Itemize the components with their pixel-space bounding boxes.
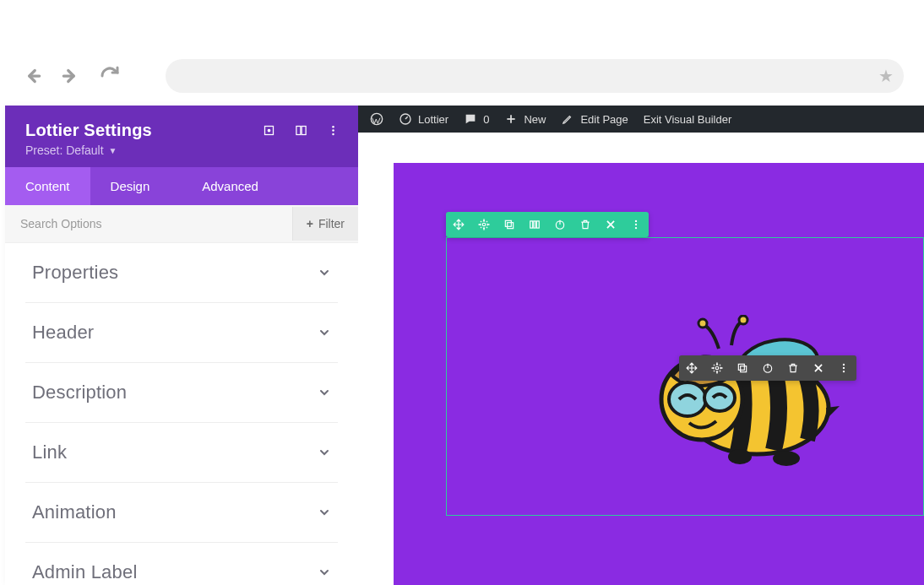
filter-button[interactable]: + Filter [292, 207, 358, 241]
svg-point-27 [698, 319, 707, 328]
svg-point-44 [843, 371, 845, 372]
kebab-icon[interactable] [326, 124, 340, 138]
panel-header: Lottier Settings Preset: De [5, 106, 358, 167]
section-label: Properties [32, 262, 118, 284]
forward-icon[interactable] [59, 64, 83, 88]
svg-point-35 [715, 366, 719, 370]
bookmark-star-icon[interactable]: ★ [878, 66, 894, 86]
search-input[interactable]: Search Options [5, 205, 292, 242]
filter-label: Filter [318, 217, 345, 230]
section-properties[interactable]: Properties [25, 243, 338, 303]
expand-icon[interactable] [262, 124, 275, 138]
preset-label: Preset: Default [25, 144, 104, 157]
close-icon[interactable] [598, 212, 623, 237]
back-icon[interactable] [20, 64, 44, 88]
panel-title: Lottier Settings [25, 121, 152, 140]
svg-point-43 [843, 367, 845, 369]
new-label: New [524, 113, 546, 126]
chevron-down-icon [318, 326, 331, 339]
browser-toolbar: ★ [0, 0, 924, 101]
close-icon[interactable] [806, 355, 831, 381]
svg-point-33 [728, 449, 752, 464]
canvas-wrap [358, 133, 924, 585]
section-label: Admin Label [32, 561, 138, 583]
caret-down-icon: ▼ [109, 146, 117, 155]
svg-point-3 [268, 129, 270, 132]
edit-page-link[interactable]: Edit Page [561, 112, 628, 126]
chevron-down-icon [318, 266, 331, 279]
section-label: Header [32, 322, 94, 344]
move-icon[interactable] [446, 212, 471, 237]
gear-icon[interactable] [471, 212, 497, 237]
svg-point-34 [773, 451, 800, 466]
svg-point-23 [635, 220, 637, 222]
svg-point-25 [635, 227, 637, 229]
svg-point-32 [704, 384, 735, 411]
move-icon[interactable] [679, 355, 704, 381]
svg-rect-15 [508, 223, 514, 229]
power-icon[interactable] [755, 355, 780, 381]
tab-advanced[interactable]: Advanced [182, 167, 279, 205]
power-icon[interactable] [547, 212, 573, 237]
new-link[interactable]: New [504, 112, 546, 126]
edit-page-label: Edit Page [580, 113, 628, 126]
settings-accordion: Properties Header Description Link Anima… [5, 243, 358, 585]
svg-rect-4 [296, 127, 300, 135]
svg-point-6 [332, 126, 334, 128]
comments-count: 0 [483, 113, 489, 126]
duplicate-icon[interactable] [497, 212, 522, 237]
svg-point-8 [332, 133, 334, 136]
site-name-label: Lottier [418, 113, 448, 126]
section-label: Description [32, 382, 127, 404]
svg-point-42 [843, 364, 845, 366]
wp-admin-bar: Lottier 0 New [358, 106, 924, 133]
site-name[interactable]: Lottier [399, 112, 448, 126]
app-surface: Lottier Settings Preset: De [5, 106, 924, 585]
plus-icon: + [307, 217, 313, 230]
section-admin-label[interactable]: Admin Label [25, 543, 338, 585]
page-canvas[interactable] [394, 163, 924, 585]
section-label: Animation [32, 501, 117, 523]
exit-vb-link[interactable]: Exit Visual Builder [644, 113, 732, 126]
tab-design[interactable]: Design [90, 167, 171, 205]
tab-content[interactable]: Content [5, 167, 90, 205]
trash-icon[interactable] [573, 212, 598, 237]
svg-rect-16 [530, 221, 533, 228]
gear-icon[interactable] [704, 355, 730, 381]
panel-tabs: Content Design Advanced [5, 167, 358, 205]
trash-icon[interactable] [780, 355, 806, 381]
svg-rect-17 [534, 221, 535, 228]
dashboard-icon [399, 112, 412, 126]
reload-icon[interactable] [98, 64, 122, 88]
section-link[interactable]: Link [25, 423, 338, 483]
chevron-down-icon [318, 566, 331, 579]
pencil-icon [561, 112, 574, 126]
columns-icon[interactable] [522, 212, 547, 237]
wp-logo[interactable] [370, 112, 383, 126]
url-bar[interactable]: ★ [166, 59, 904, 93]
nav-arrows [20, 64, 122, 88]
search-row: Search Options + Filter [5, 205, 358, 243]
exit-vb-label: Exit Visual Builder [644, 113, 732, 126]
kebab-icon[interactable] [831, 355, 856, 381]
section-description[interactable]: Description [25, 363, 338, 423]
plus-icon [504, 112, 518, 126]
settings-panel: Lottier Settings Preset: De [5, 106, 358, 585]
columns-icon[interactable] [294, 124, 307, 138]
kebab-icon[interactable] [623, 212, 649, 237]
svg-point-7 [332, 129, 334, 132]
comment-icon [464, 112, 477, 126]
section-label: Link [32, 441, 67, 463]
svg-rect-37 [741, 366, 747, 372]
svg-rect-5 [302, 127, 306, 135]
lottie-animation-bee[interactable] [639, 315, 841, 467]
section-animation[interactable]: Animation [25, 483, 338, 543]
section-header[interactable]: Header [25, 303, 338, 363]
duplicate-icon[interactable] [730, 355, 755, 381]
chevron-down-icon [318, 446, 331, 459]
wordpress-icon [370, 112, 383, 126]
panel-header-icons [262, 124, 340, 138]
preset-selector[interactable]: Preset: Default ▼ [25, 144, 340, 157]
comments-link[interactable]: 0 [464, 112, 489, 126]
svg-point-28 [739, 316, 747, 324]
